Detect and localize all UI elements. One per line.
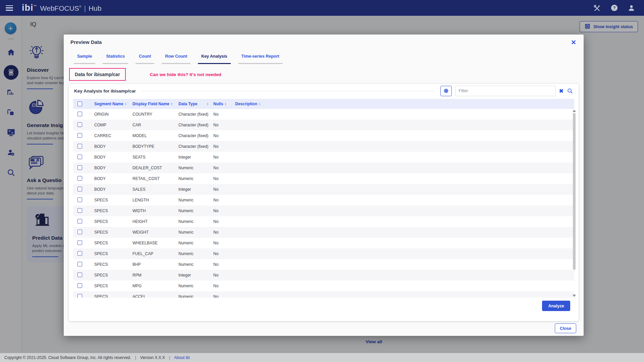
row-checkbox[interactable] bbox=[77, 251, 82, 256]
row-checkbox[interactable] bbox=[77, 165, 82, 170]
row-checkbox[interactable] bbox=[77, 219, 82, 224]
table-row[interactable]: SPECSRPMIntegerNo bbox=[73, 270, 574, 281]
col-display-field-name[interactable]: Display Field Name↕ bbox=[132, 102, 178, 106]
analyze-button[interactable]: Analyze bbox=[542, 301, 570, 311]
row-checkbox[interactable] bbox=[77, 208, 82, 213]
col-description[interactable]: Description↕ bbox=[235, 102, 574, 106]
sort-icon[interactable]: ↕ bbox=[207, 102, 209, 106]
table-row[interactable]: SPECSACCELNumericNo bbox=[73, 291, 574, 298]
table-cell: No bbox=[213, 262, 235, 267]
table-cell: SPECS bbox=[94, 284, 132, 288]
sort-icon[interactable]: ↕ bbox=[224, 102, 226, 106]
table-cell: BODY bbox=[94, 144, 132, 149]
table-cell: No bbox=[213, 166, 235, 170]
help-icon[interactable]: ? bbox=[610, 4, 618, 12]
close-button[interactable]: Close bbox=[555, 323, 576, 333]
table-row[interactable]: CARRECMODELCharacter (fixed)No bbox=[73, 130, 574, 141]
table-row[interactable]: SPECSFUEL_CAPNumericNo bbox=[73, 248, 574, 259]
table-cell: WIDTH bbox=[132, 208, 178, 213]
tab-count[interactable]: Count bbox=[136, 54, 154, 64]
table-row[interactable]: BODYBODYTYPECharacter (fixed)No bbox=[73, 141, 574, 152]
table-cell: No bbox=[213, 155, 235, 160]
row-checkbox[interactable] bbox=[77, 294, 82, 298]
table-cell: BODY bbox=[94, 166, 132, 170]
clear-filter-icon[interactable]: ✖ bbox=[559, 88, 564, 94]
col-data-type[interactable]: Data Type↕ bbox=[178, 102, 213, 106]
tab-key-analysis[interactable]: Key Analysis bbox=[198, 54, 230, 64]
table-body: ORIGINCOUNTRYCharacter (fixed)NoCOMPCARC… bbox=[73, 109, 574, 298]
table-cell: LENGTH bbox=[132, 198, 178, 202]
table-cell: Character (fixed) bbox=[178, 112, 213, 117]
table-row[interactable]: ORIGINCOUNTRYCharacter (fixed)No bbox=[73, 109, 574, 120]
table-cell: Character (fixed) bbox=[178, 144, 213, 149]
table-row[interactable]: SPECSLENGTHNumericNo bbox=[73, 195, 574, 205]
table-row[interactable]: BODYSEATSIntegerNo bbox=[73, 152, 574, 163]
hamburger-menu-icon[interactable] bbox=[6, 5, 13, 11]
select-all-checkbox[interactable] bbox=[77, 102, 82, 106]
tab-statistics[interactable]: Statistics bbox=[103, 54, 128, 64]
scroll-up-arrow[interactable] bbox=[573, 110, 576, 112]
table-cell: COUNTRY bbox=[132, 112, 178, 117]
row-checkbox[interactable] bbox=[77, 176, 82, 181]
row-checkbox[interactable] bbox=[77, 112, 82, 116]
row-checkbox[interactable] bbox=[77, 240, 82, 245]
close-icon[interactable]: ✕ bbox=[570, 37, 578, 48]
table-cell: No bbox=[213, 230, 235, 235]
table-row[interactable]: SPECSMPGNumericNo bbox=[73, 281, 574, 291]
table-row[interactable]: BODYSALESIntegerNo bbox=[73, 184, 574, 195]
row-checkbox[interactable] bbox=[77, 155, 82, 159]
table-cell: SPECS bbox=[94, 294, 132, 298]
table-cell: FUEL_CAP bbox=[132, 251, 178, 256]
row-checkbox[interactable] bbox=[77, 283, 82, 288]
tab-row-count[interactable]: Row Count bbox=[162, 54, 191, 64]
row-checkbox[interactable] bbox=[77, 187, 82, 191]
table-cell: No bbox=[213, 144, 235, 149]
table-cell: Integer bbox=[178, 273, 213, 278]
row-checkbox[interactable] bbox=[77, 273, 82, 277]
table-cell: RETAIL_COST bbox=[132, 176, 178, 181]
table-row[interactable]: SPECSWHEELBASENumericNo bbox=[73, 238, 574, 248]
table-cell: CAR bbox=[132, 123, 178, 127]
sort-icon[interactable]: ↕ bbox=[125, 102, 127, 106]
filter-input[interactable] bbox=[455, 86, 556, 96]
col-nulls[interactable]: Nulls↕ bbox=[213, 102, 235, 106]
tab-time-series-report[interactable]: Time-series Report bbox=[238, 54, 283, 64]
user-account-icon[interactable] bbox=[627, 4, 635, 12]
table-row[interactable]: SPECSWEIGHTNumericNo bbox=[73, 227, 574, 238]
table-scrollbar[interactable] bbox=[572, 109, 576, 298]
row-checkbox[interactable] bbox=[77, 144, 82, 148]
section-divider bbox=[142, 91, 434, 91]
about-ibi-link[interactable]: About ibi bbox=[174, 355, 190, 360]
table-cell: Numeric bbox=[178, 251, 213, 256]
col-segment-name[interactable]: Segment Name↕ bbox=[94, 102, 132, 106]
row-checkbox[interactable] bbox=[77, 133, 82, 138]
table-row[interactable]: SPECSBHPNumericNo bbox=[73, 259, 574, 270]
table-cell: ACCEL bbox=[132, 294, 178, 298]
annotation-highlight-box: Data for ibisamp/car bbox=[69, 68, 126, 81]
table-cell: SPECS bbox=[94, 219, 132, 224]
table-row[interactable]: SPECSWIDTHNumericNo bbox=[73, 205, 574, 216]
column-settings-button[interactable] bbox=[440, 86, 452, 96]
scroll-down-arrow[interactable] bbox=[573, 295, 576, 297]
modal-tabs: Sample Statistics Count Row Count Key An… bbox=[74, 54, 283, 64]
table-cell: Integer bbox=[178, 155, 213, 160]
table-cell: Numeric bbox=[178, 198, 213, 202]
sort-icon[interactable]: ↕ bbox=[171, 102, 173, 106]
footer-separator: | bbox=[135, 355, 136, 360]
table-row[interactable]: BODYDEALER_COSTNumericNo bbox=[73, 163, 574, 173]
admin-tools-icon[interactable] bbox=[593, 4, 601, 12]
row-checkbox[interactable] bbox=[77, 262, 82, 266]
search-icon[interactable] bbox=[567, 88, 573, 94]
table-cell: No bbox=[213, 273, 235, 278]
sort-icon[interactable]: ↕ bbox=[259, 102, 261, 106]
table-cell: No bbox=[213, 112, 235, 117]
table-row[interactable]: BODYRETAIL_COSTNumericNo bbox=[73, 173, 574, 184]
table-row[interactable]: COMPCARCharacter (fixed)No bbox=[73, 120, 574, 130]
tab-sample[interactable]: Sample bbox=[74, 54, 95, 64]
row-checkbox[interactable] bbox=[77, 197, 82, 202]
row-checkbox[interactable] bbox=[77, 230, 82, 234]
row-checkbox[interactable] bbox=[77, 122, 82, 127]
copyright-text: Copyright © 2021-2025. Cloud Software Gr… bbox=[4, 355, 131, 360]
scrollbar-thumb[interactable] bbox=[573, 113, 576, 270]
table-row[interactable]: SPECSHEIGHTNumericNo bbox=[73, 216, 574, 227]
